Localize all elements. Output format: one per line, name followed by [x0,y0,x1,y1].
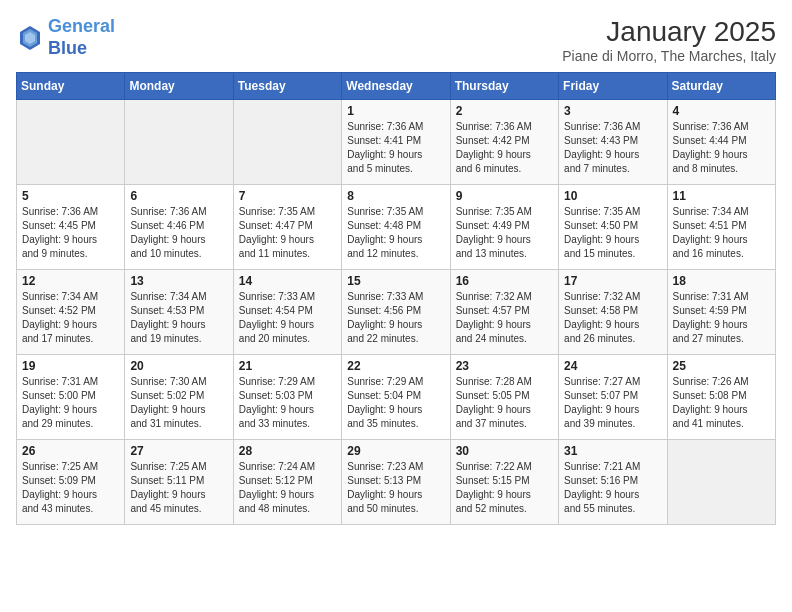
day-cell: 27Sunrise: 7:25 AM Sunset: 5:11 PM Dayli… [125,440,233,525]
logo-icon [16,24,44,52]
day-cell: 8Sunrise: 7:35 AM Sunset: 4:48 PM Daylig… [342,185,450,270]
day-cell: 20Sunrise: 7:30 AM Sunset: 5:02 PM Dayli… [125,355,233,440]
day-cell [233,100,341,185]
day-cell: 19Sunrise: 7:31 AM Sunset: 5:00 PM Dayli… [17,355,125,440]
location-subtitle: Piane di Morro, The Marches, Italy [562,48,776,64]
day-info: Sunrise: 7:23 AM Sunset: 5:13 PM Dayligh… [347,460,444,516]
day-info: Sunrise: 7:36 AM Sunset: 4:43 PM Dayligh… [564,120,661,176]
day-info: Sunrise: 7:26 AM Sunset: 5:08 PM Dayligh… [673,375,770,431]
day-number: 1 [347,104,444,118]
dow-header-wednesday: Wednesday [342,73,450,100]
day-cell: 4Sunrise: 7:36 AM Sunset: 4:44 PM Daylig… [667,100,775,185]
day-info: Sunrise: 7:35 AM Sunset: 4:47 PM Dayligh… [239,205,336,261]
day-cell: 9Sunrise: 7:35 AM Sunset: 4:49 PM Daylig… [450,185,558,270]
day-cell: 22Sunrise: 7:29 AM Sunset: 5:04 PM Dayli… [342,355,450,440]
logo-text: General Blue [48,16,115,59]
day-info: Sunrise: 7:30 AM Sunset: 5:02 PM Dayligh… [130,375,227,431]
day-info: Sunrise: 7:36 AM Sunset: 4:44 PM Dayligh… [673,120,770,176]
day-number: 17 [564,274,661,288]
day-cell: 26Sunrise: 7:25 AM Sunset: 5:09 PM Dayli… [17,440,125,525]
day-cell [667,440,775,525]
day-info: Sunrise: 7:28 AM Sunset: 5:05 PM Dayligh… [456,375,553,431]
day-number: 15 [347,274,444,288]
day-cell: 7Sunrise: 7:35 AM Sunset: 4:47 PM Daylig… [233,185,341,270]
day-cell: 3Sunrise: 7:36 AM Sunset: 4:43 PM Daylig… [559,100,667,185]
day-cell [17,100,125,185]
day-cell: 16Sunrise: 7:32 AM Sunset: 4:57 PM Dayli… [450,270,558,355]
day-cell: 31Sunrise: 7:21 AM Sunset: 5:16 PM Dayli… [559,440,667,525]
day-number: 20 [130,359,227,373]
day-info: Sunrise: 7:36 AM Sunset: 4:42 PM Dayligh… [456,120,553,176]
day-number: 31 [564,444,661,458]
day-number: 21 [239,359,336,373]
page-header: General Blue January 2025 Piane di Morro… [16,16,776,64]
day-number: 28 [239,444,336,458]
day-cell: 5Sunrise: 7:36 AM Sunset: 4:45 PM Daylig… [17,185,125,270]
week-row-4: 19Sunrise: 7:31 AM Sunset: 5:00 PM Dayli… [17,355,776,440]
day-number: 6 [130,189,227,203]
day-number: 16 [456,274,553,288]
day-cell: 21Sunrise: 7:29 AM Sunset: 5:03 PM Dayli… [233,355,341,440]
day-info: Sunrise: 7:33 AM Sunset: 4:54 PM Dayligh… [239,290,336,346]
logo: General Blue [16,16,115,59]
day-cell: 12Sunrise: 7:34 AM Sunset: 4:52 PM Dayli… [17,270,125,355]
week-row-3: 12Sunrise: 7:34 AM Sunset: 4:52 PM Dayli… [17,270,776,355]
day-cell: 25Sunrise: 7:26 AM Sunset: 5:08 PM Dayli… [667,355,775,440]
day-info: Sunrise: 7:34 AM Sunset: 4:51 PM Dayligh… [673,205,770,261]
day-cell: 14Sunrise: 7:33 AM Sunset: 4:54 PM Dayli… [233,270,341,355]
day-number: 26 [22,444,119,458]
day-info: Sunrise: 7:29 AM Sunset: 5:03 PM Dayligh… [239,375,336,431]
day-number: 30 [456,444,553,458]
day-number: 24 [564,359,661,373]
day-info: Sunrise: 7:34 AM Sunset: 4:52 PM Dayligh… [22,290,119,346]
day-cell: 6Sunrise: 7:36 AM Sunset: 4:46 PM Daylig… [125,185,233,270]
day-info: Sunrise: 7:31 AM Sunset: 5:00 PM Dayligh… [22,375,119,431]
dow-header-saturday: Saturday [667,73,775,100]
dow-header-friday: Friday [559,73,667,100]
day-info: Sunrise: 7:36 AM Sunset: 4:46 PM Dayligh… [130,205,227,261]
day-number: 25 [673,359,770,373]
week-row-2: 5Sunrise: 7:36 AM Sunset: 4:45 PM Daylig… [17,185,776,270]
day-number: 5 [22,189,119,203]
day-info: Sunrise: 7:31 AM Sunset: 4:59 PM Dayligh… [673,290,770,346]
day-number: 22 [347,359,444,373]
day-number: 27 [130,444,227,458]
day-number: 23 [456,359,553,373]
day-cell: 17Sunrise: 7:32 AM Sunset: 4:58 PM Dayli… [559,270,667,355]
day-info: Sunrise: 7:35 AM Sunset: 4:50 PM Dayligh… [564,205,661,261]
day-number: 14 [239,274,336,288]
day-number: 2 [456,104,553,118]
day-number: 8 [347,189,444,203]
day-info: Sunrise: 7:32 AM Sunset: 4:57 PM Dayligh… [456,290,553,346]
day-info: Sunrise: 7:35 AM Sunset: 4:49 PM Dayligh… [456,205,553,261]
month-title: January 2025 [562,16,776,48]
dow-header-sunday: Sunday [17,73,125,100]
day-cell: 18Sunrise: 7:31 AM Sunset: 4:59 PM Dayli… [667,270,775,355]
day-info: Sunrise: 7:25 AM Sunset: 5:09 PM Dayligh… [22,460,119,516]
days-of-week-row: SundayMondayTuesdayWednesdayThursdayFrid… [17,73,776,100]
day-cell: 24Sunrise: 7:27 AM Sunset: 5:07 PM Dayli… [559,355,667,440]
day-number: 19 [22,359,119,373]
day-cell: 1Sunrise: 7:36 AM Sunset: 4:41 PM Daylig… [342,100,450,185]
day-cell: 13Sunrise: 7:34 AM Sunset: 4:53 PM Dayli… [125,270,233,355]
day-cell: 15Sunrise: 7:33 AM Sunset: 4:56 PM Dayli… [342,270,450,355]
day-cell: 28Sunrise: 7:24 AM Sunset: 5:12 PM Dayli… [233,440,341,525]
day-info: Sunrise: 7:24 AM Sunset: 5:12 PM Dayligh… [239,460,336,516]
day-info: Sunrise: 7:27 AM Sunset: 5:07 PM Dayligh… [564,375,661,431]
day-cell: 30Sunrise: 7:22 AM Sunset: 5:15 PM Dayli… [450,440,558,525]
day-number: 9 [456,189,553,203]
dow-header-thursday: Thursday [450,73,558,100]
day-number: 4 [673,104,770,118]
day-info: Sunrise: 7:36 AM Sunset: 4:45 PM Dayligh… [22,205,119,261]
day-number: 18 [673,274,770,288]
day-cell: 10Sunrise: 7:35 AM Sunset: 4:50 PM Dayli… [559,185,667,270]
dow-header-tuesday: Tuesday [233,73,341,100]
day-number: 7 [239,189,336,203]
day-info: Sunrise: 7:22 AM Sunset: 5:15 PM Dayligh… [456,460,553,516]
day-number: 29 [347,444,444,458]
day-cell: 11Sunrise: 7:34 AM Sunset: 4:51 PM Dayli… [667,185,775,270]
day-cell: 29Sunrise: 7:23 AM Sunset: 5:13 PM Dayli… [342,440,450,525]
day-info: Sunrise: 7:21 AM Sunset: 5:16 PM Dayligh… [564,460,661,516]
day-info: Sunrise: 7:34 AM Sunset: 4:53 PM Dayligh… [130,290,227,346]
day-cell: 23Sunrise: 7:28 AM Sunset: 5:05 PM Dayli… [450,355,558,440]
